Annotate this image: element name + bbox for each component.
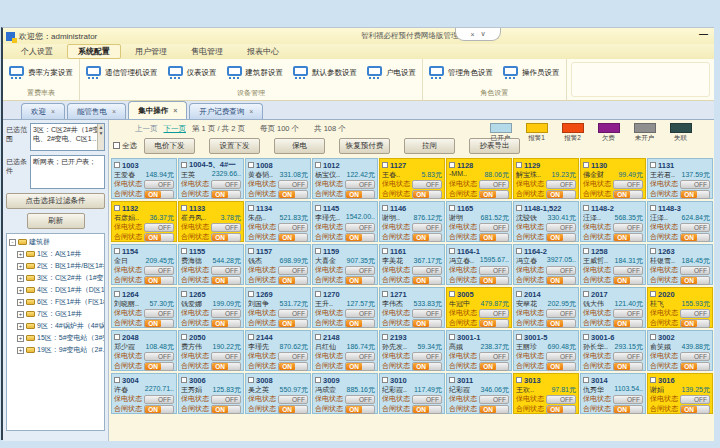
hezha-toggle[interactable]: ON — [345, 190, 375, 199]
expand-icon[interactable]: + — [17, 251, 24, 258]
card-checkbox[interactable] — [248, 162, 254, 168]
baodian-toggle[interactable]: OFF — [345, 309, 375, 318]
baodian-toggle[interactable]: OFF — [546, 395, 576, 404]
card-checkbox[interactable] — [315, 205, 321, 211]
baodian-toggle[interactable]: OFF — [546, 266, 576, 275]
next-page-link[interactable]: 下一页 — [164, 124, 187, 134]
card-checkbox[interactable] — [181, 334, 187, 340]
baodian-toggle[interactable]: OFF — [211, 266, 241, 275]
card-checkbox[interactable] — [114, 377, 120, 383]
selected-range-box[interactable]: 3区：C区2#井（1#变电、2#变电、C区1… ▲ ▼ — [30, 123, 105, 151]
card-checkbox[interactable] — [516, 205, 522, 211]
collapse-icon[interactable]: × — [470, 31, 474, 38]
ribbon-item-通信管理机设置[interactable]: 通信管理机设置 — [86, 66, 158, 80]
card-checkbox[interactable] — [181, 162, 187, 168]
tree-item[interactable]: +7区：G区1#井 — [17, 309, 102, 319]
hezha-toggle[interactable]: ON — [278, 362, 308, 371]
hezha-toggle[interactable]: ON — [144, 276, 174, 285]
scrollbar[interactable]: ▲ ▼ — [97, 124, 104, 150]
baodian-toggle[interactable]: OFF — [412, 352, 442, 361]
hezha-toggle[interactable]: ON — [345, 362, 375, 371]
card-checkbox[interactable] — [382, 205, 388, 211]
tree-item[interactable]: +2区：B区1#井/B区1#井 — [17, 261, 102, 271]
card-checkbox[interactable] — [650, 248, 656, 254]
ribbon-item-费率方案设置[interactable]: 费率方案设置 — [9, 66, 73, 80]
card-checkbox[interactable] — [650, 162, 656, 168]
chevron-down-icon[interactable]: ∨ — [480, 30, 485, 38]
tab-close-icon[interactable]: × — [112, 108, 116, 115]
hezha-toggle[interactable]: ON — [546, 190, 576, 199]
expand-icon[interactable]: + — [17, 287, 24, 294]
expand-icon[interactable]: + — [17, 275, 24, 282]
expand-icon[interactable]: + — [17, 347, 24, 354]
card-checkbox[interactable] — [449, 291, 455, 297]
action-button-保电[interactable]: 保电 — [274, 138, 325, 154]
hezha-toggle[interactable]: ON — [412, 405, 442, 414]
tree-item[interactable]: +19区：9#变电站（2#… — [17, 345, 102, 355]
card-checkbox[interactable] — [516, 248, 522, 254]
card-checkbox[interactable] — [181, 291, 187, 297]
card-checkbox[interactable] — [516, 162, 522, 168]
baodian-toggle[interactable]: OFF — [278, 223, 308, 232]
baodian-toggle[interactable]: OFF — [144, 266, 174, 275]
baodian-toggle[interactable]: OFF — [613, 223, 643, 232]
card-checkbox[interactable] — [248, 248, 254, 254]
card-checkbox[interactable] — [449, 162, 455, 168]
card-checkbox[interactable] — [516, 377, 522, 383]
card-checkbox[interactable] — [114, 291, 120, 297]
card-checkbox[interactable] — [315, 291, 321, 297]
baodian-toggle[interactable]: OFF — [278, 180, 308, 189]
baodian-toggle[interactable]: OFF — [144, 352, 174, 361]
expand-icon[interactable]: + — [17, 311, 24, 318]
hezha-toggle[interactable]: ON — [211, 276, 241, 285]
hezha-toggle[interactable]: ON — [345, 233, 375, 242]
hezha-toggle[interactable]: ON — [345, 276, 375, 285]
hezha-toggle[interactable]: ON — [211, 190, 241, 199]
hezha-toggle[interactable]: ON — [211, 319, 241, 328]
card-checkbox[interactable] — [583, 291, 589, 297]
hezha-toggle[interactable]: ON — [345, 405, 375, 414]
tree-item[interactable]: +4区：D区1#井（D区1… — [17, 285, 102, 295]
ribbon-toggle-widget[interactable]: × ∨ — [455, 28, 501, 41]
card-checkbox[interactable] — [449, 205, 455, 211]
hezha-toggle[interactable]: ON — [144, 405, 174, 414]
hezha-toggle[interactable]: ON — [680, 233, 710, 242]
baodian-toggle[interactable]: OFF — [278, 309, 308, 318]
baodian-toggle[interactable]: OFF — [479, 395, 509, 404]
doc-tab-能管售电[interactable]: 能管售电× — [67, 103, 126, 119]
card-checkbox[interactable] — [315, 334, 321, 340]
baodian-toggle[interactable]: OFF — [278, 266, 308, 275]
baodian-toggle[interactable]: OFF — [546, 180, 576, 189]
hezha-toggle[interactable]: ON — [345, 319, 375, 328]
refresh-button[interactable]: 刷新 — [27, 213, 85, 229]
tree-item[interactable]: +3区：C区2#井（1#变… — [17, 273, 102, 283]
card-checkbox[interactable] — [181, 205, 187, 211]
hezha-toggle[interactable]: ON — [278, 276, 308, 285]
tree-item[interactable]: +6区：F区1#井（F区1#… — [17, 297, 102, 307]
card-checkbox[interactable] — [181, 377, 187, 383]
card-checkbox[interactable] — [650, 334, 656, 340]
hezha-toggle[interactable]: ON — [479, 405, 509, 414]
menu-item-用户管理[interactable]: 用户管理 — [125, 45, 177, 58]
scroll-down-icon[interactable]: ▼ — [99, 130, 104, 136]
card-checkbox[interactable] — [583, 248, 589, 254]
baodian-toggle[interactable]: OFF — [613, 180, 643, 189]
ribbon-item-操作员设置[interactable]: 操作员设置 — [503, 66, 560, 80]
baodian-toggle[interactable]: OFF — [680, 266, 710, 275]
tree-item[interactable]: +1区：A区1#井 — [17, 249, 102, 259]
ribbon-item-户电设置[interactable]: 户电设置 — [367, 66, 416, 80]
menu-item-个人设置[interactable]: 个人设置 — [11, 45, 63, 58]
baodian-toggle[interactable]: OFF — [613, 395, 643, 404]
hezha-toggle[interactable]: ON — [546, 276, 576, 285]
hezha-toggle[interactable]: ON — [680, 319, 710, 328]
card-checkbox[interactable] — [449, 334, 455, 340]
tab-close-icon[interactable]: × — [173, 107, 177, 114]
baodian-toggle[interactable]: OFF — [479, 180, 509, 189]
baodian-toggle[interactable]: OFF — [211, 395, 241, 404]
collapse-icon[interactable]: - — [9, 239, 16, 246]
hezha-toggle[interactable]: ON — [680, 405, 710, 414]
hezha-toggle[interactable]: ON — [546, 405, 576, 414]
baodian-toggle[interactable]: OFF — [680, 395, 710, 404]
hezha-toggle[interactable]: ON — [412, 319, 442, 328]
card-checkbox[interactable] — [382, 248, 388, 254]
